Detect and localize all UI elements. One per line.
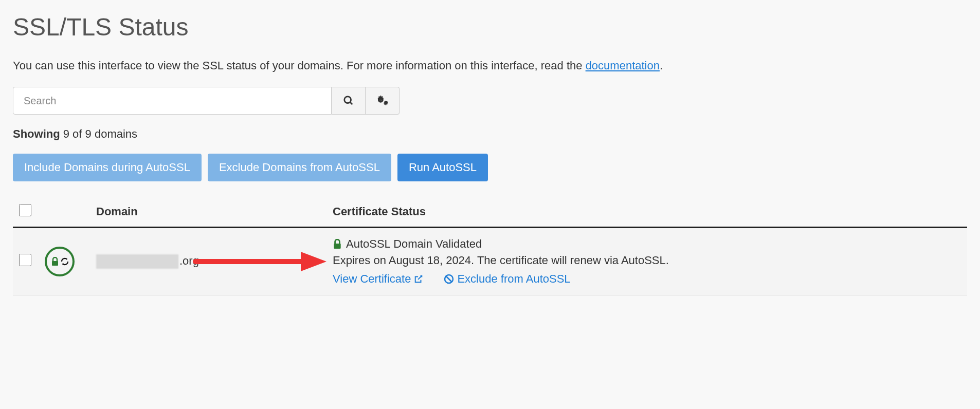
include-domains-button[interactable]: Include Domains during AutoSSL (13, 154, 202, 181)
search-icon (343, 95, 354, 106)
showing-label: Showing (13, 127, 60, 140)
svg-line-9 (446, 276, 452, 282)
page-title: SSL/TLS Status (13, 13, 967, 41)
exclude-from-autossl-link[interactable]: Exclude from AutoSSL (444, 272, 570, 286)
action-buttons: Include Domains during AutoSSL Exclude D… (13, 154, 967, 181)
showing-value: 9 of 9 domains (60, 127, 137, 140)
annotation-arrow-icon (193, 249, 326, 274)
expires-text: Expires on August 18, 2024. The certific… (333, 254, 961, 267)
domain-name-redacted (96, 254, 178, 269)
external-link-icon (414, 274, 423, 284)
table-row: .org AutoSSL Domain Validated Expires on… (13, 228, 967, 295)
domains-table: Domain Certificate Status (13, 197, 967, 295)
intro-text: You can use this interface to view the S… (13, 59, 967, 72)
exclude-label: Exclude from AutoSSL (457, 272, 570, 286)
svg-rect-3 (52, 261, 58, 266)
select-all-checkbox[interactable] (19, 204, 31, 216)
row-checkbox[interactable] (19, 254, 31, 266)
svg-point-0 (344, 97, 351, 103)
showing-count: Showing 9 of 9 domains (13, 127, 967, 141)
header-checkbox-cell (13, 197, 39, 228)
intro-suffix: . (660, 59, 663, 72)
svg-line-7 (419, 276, 422, 280)
domain-suffix: .org (179, 254, 199, 267)
prohibit-icon (444, 274, 454, 284)
svg-line-1 (350, 102, 352, 105)
validated-label: AutoSSL Domain Validated (346, 237, 482, 251)
cert-actions: View Certificate Exclude from AutoSSL (333, 272, 961, 286)
settings-button[interactable] (366, 87, 400, 115)
intro-prefix: You can use this interface to view the S… (13, 59, 586, 72)
header-cert-status: Certificate Status (326, 197, 967, 228)
ssl-status-badge (45, 247, 75, 276)
documentation-link[interactable]: documentation (586, 59, 660, 72)
validated-row: AutoSSL Domain Validated (333, 237, 961, 251)
header-domain: Domain (90, 197, 326, 228)
lock-icon (333, 239, 342, 249)
svg-marker-5 (301, 252, 326, 271)
run-autossl-button[interactable]: Run AutoSSL (397, 154, 488, 181)
search-input[interactable] (13, 87, 332, 115)
refresh-icon (61, 257, 69, 266)
gears-icon (376, 95, 389, 106)
view-certificate-link[interactable]: View Certificate (333, 272, 423, 286)
search-bar (13, 87, 967, 115)
exclude-domains-button[interactable]: Exclude Domains from AutoSSL (208, 154, 391, 181)
lock-icon (51, 257, 59, 266)
search-button[interactable] (332, 87, 366, 115)
view-certificate-label: View Certificate (333, 272, 411, 286)
svg-rect-6 (334, 244, 340, 249)
header-status-icon (39, 197, 90, 228)
